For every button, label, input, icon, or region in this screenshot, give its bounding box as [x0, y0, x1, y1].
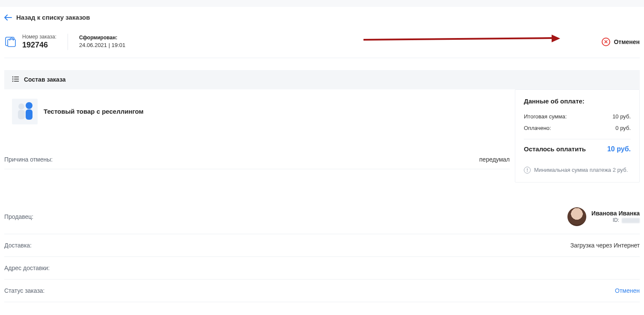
payment-remaining-value: 10 руб. [607, 145, 631, 153]
payment-paid-row: Оплачено: 0 руб. [524, 122, 631, 134]
delivery-address-label: Адрес доставки: [4, 265, 50, 271]
avatar [567, 207, 586, 226]
order-formed-value: 24.06.2021 | 19:01 [79, 42, 125, 49]
svg-line-2 [363, 38, 552, 40]
back-arrow-icon [4, 15, 12, 21]
order-formed-label: Сформирован: [79, 35, 125, 41]
svg-rect-13 [26, 109, 32, 120]
svg-rect-9 [14, 81, 19, 82]
delivery-value: Загрузка через Интернет [570, 242, 640, 249]
svg-rect-11 [18, 110, 25, 119]
info-icon: ! [524, 167, 531, 174]
order-id-label: Номер заказа: [22, 34, 56, 40]
order-items-column: Тестовый товар с реселлингом Причина отм… [4, 89, 515, 169]
order-status-value: Отменен [615, 287, 640, 294]
seller-id-prefix: ID: [613, 217, 619, 224]
list-icon [12, 76, 19, 83]
payment-total-row: Итоговая сумма: 10 руб. [524, 111, 631, 122]
product-name: Тестовый товар с реселлингом [44, 108, 144, 115]
order-status-row: Статус заказа: Отменен [4, 280, 640, 302]
svg-rect-1 [8, 39, 15, 47]
payment-total-value: 10 руб. [612, 113, 631, 120]
product-thumbnail [12, 99, 38, 124]
svg-point-8 [12, 81, 14, 82]
cancel-reason-row: Причина отмены: передумал [4, 150, 510, 169]
order-header: Номер заказа: 192746 Сформирован: 24.06.… [4, 29, 640, 58]
cancel-reason-value: передумал [479, 156, 510, 163]
annotation-arrow-icon [363, 35, 560, 45]
svg-point-6 [12, 79, 14, 80]
svg-marker-3 [552, 35, 560, 42]
order-id-value: 192746 [22, 41, 56, 50]
payment-remaining-row: Осталось оплатить 10 руб. [524, 145, 631, 153]
seller-value[interactable]: Иванова Иванка ID: [567, 207, 640, 226]
svg-point-10 [18, 103, 24, 109]
payment-paid-label: Оплачено: [524, 125, 551, 131]
section-title-label: Состав заказа [24, 76, 66, 83]
delivery-label: Доставка: [4, 242, 32, 249]
order-id-block: Номер заказа: 192746 [4, 34, 68, 50]
seller-row: Продавец: Иванова Иванка ID: [4, 200, 640, 234]
back-link[interactable]: Назад к списку заказов [4, 7, 640, 29]
svg-rect-7 [14, 79, 19, 79]
order-status-text: Отменен [614, 38, 640, 45]
payment-summary-panel: Данные об оплате: Итоговая сумма: 10 руб… [515, 89, 640, 183]
seller-name: Иванова Иванка [591, 210, 640, 218]
delivery-address-row: Адрес доставки: [4, 257, 640, 280]
svg-point-12 [26, 102, 32, 109]
order-item-row: Тестовый товар с реселлингом [4, 89, 510, 150]
payment-min-note-text: Минимальная сумма платежа 2 руб. [534, 167, 628, 173]
payment-remaining-label: Осталось оплатить [524, 145, 586, 153]
svg-rect-5 [14, 77, 19, 77]
order-formed-block: Сформирован: 24.06.2021 | 19:01 [68, 35, 125, 49]
svg-point-4 [12, 77, 14, 78]
delivery-row: Доставка: Загрузка через Интернет [4, 234, 640, 257]
section-header-contents: Состав заказа [4, 70, 640, 89]
back-link-label: Назад к списку заказов [16, 14, 90, 21]
order-details: Продавец: Иванова Иванка ID: Доставка: З… [4, 200, 640, 302]
cancel-icon: ✕ [602, 38, 610, 46]
divider [524, 139, 631, 139]
cancel-reason-label: Причина отмены: [4, 156, 53, 163]
payment-min-note: ! Минимальная сумма платежа 2 руб. [524, 167, 631, 174]
order-status-label: Статус заказа: [4, 287, 45, 294]
order-bag-icon [4, 35, 17, 49]
order-status: ✕ Отменен [602, 38, 640, 46]
seller-label: Продавец: [4, 213, 33, 220]
payment-total-label: Итоговая сумма: [524, 113, 567, 120]
payment-title: Данные об оплате: [524, 97, 631, 105]
payment-paid-value: 0 руб. [615, 125, 631, 131]
seller-id-blurred [622, 218, 640, 223]
